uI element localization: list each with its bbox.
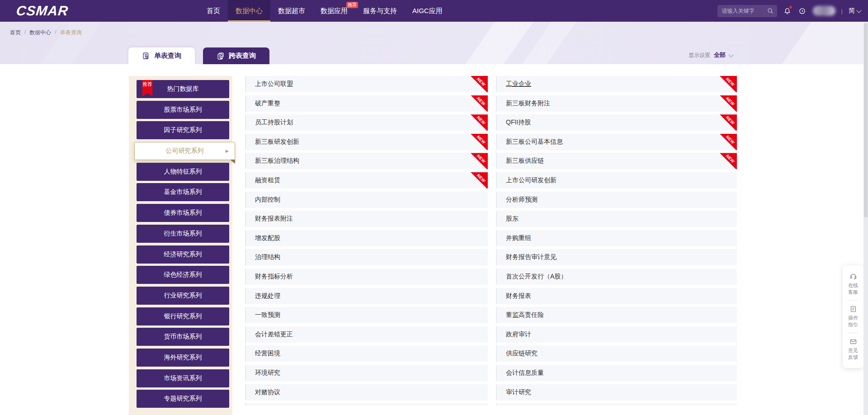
- chevron-down-icon: [856, 8, 861, 13]
- database-list-item[interactable]: 新三板治理结构 NEW: [245, 153, 488, 169]
- database-list-right: 工业企业 NEW 新三板财务附注 NEW QFII持股 NEW 新三板公司基本信…: [496, 76, 737, 406]
- database-list-item[interactable]: 首次公开发行（A股）: [496, 269, 737, 285]
- navbar-right-controls: | 简: [717, 0, 861, 22]
- nav-item-aigc[interactable]: AIGC应用: [405, 0, 450, 22]
- sidebar-category-item[interactable]: 专题研究系列: [137, 390, 229, 408]
- new-badge: NEW: [720, 76, 737, 92]
- database-list-item[interactable]: 会计信息质量: [496, 365, 737, 381]
- nav-item-data-apps[interactable]: 数据应用 推荐: [313, 0, 355, 22]
- user-avatar[interactable]: [813, 6, 835, 16]
- database-list-item[interactable]: 并购重组: [496, 230, 737, 246]
- nav-item-data-center[interactable]: 数据中心: [228, 0, 270, 22]
- sidebar-category-item[interactable]: 海外研究系列: [137, 349, 229, 367]
- sidebar-category-item[interactable]: 市场资讯系列: [137, 369, 229, 387]
- new-badge: NEW: [471, 134, 488, 150]
- sidebar-category-label: 债券市场系列: [164, 209, 202, 217]
- database-list-item[interactable]: 融资租赁 NEW: [245, 172, 488, 189]
- query-tabs: 单表查询 跨表查询: [128, 47, 269, 64]
- database-list-item[interactable]: 政府审计: [496, 326, 737, 343]
- database-list-item[interactable]: 内部控制: [245, 192, 488, 208]
- nav-item-data-market[interactable]: 数据超市: [270, 0, 313, 22]
- cross-table-query-icon: [217, 52, 225, 60]
- database-list-item[interactable]: 新三板财务附注 NEW: [496, 95, 737, 112]
- database-name: 会计信息质量: [506, 369, 544, 377]
- database-list-item[interactable]: 违规处理: [245, 288, 488, 304]
- database-list-item[interactable]: 上市公司研发创新: [496, 172, 737, 189]
- database-list-item[interactable]: 新三板公司基本信息 NEW: [496, 134, 737, 150]
- keyword-search[interactable]: [717, 5, 777, 17]
- notification-dot: [789, 6, 792, 9]
- database-list-item[interactable]: 审计研究: [496, 384, 737, 401]
- database-list-item[interactable]: 一致预测: [245, 307, 488, 323]
- sidebar-category-item[interactable]: 股票市场系列: [137, 101, 229, 119]
- database-list-item[interactable]: 对赌协议: [245, 384, 488, 401]
- sidebar-category-item[interactable]: 因子研究系列: [137, 121, 229, 139]
- database-name: 新三板财务附注: [506, 99, 550, 108]
- database-list-item[interactable]: 财务指标分析: [245, 269, 488, 285]
- sidebar-category-item[interactable]: 行业研究系列: [137, 287, 229, 305]
- divider: |: [841, 8, 843, 14]
- operation-guide-button[interactable]: 操作指引: [847, 302, 859, 331]
- new-badge: NEW: [471, 153, 488, 169]
- sidebar-category-item[interactable]: 债券市场系列: [137, 204, 229, 222]
- sidebar-category-item[interactable]: 推荐 热门数据库: [137, 80, 229, 98]
- database-list-item[interactable]: 新三板研发创新 NEW: [245, 134, 488, 150]
- search-input[interactable]: [721, 7, 767, 14]
- database-lists: 上市公司联盟 NEW 破产重整 NEW 员工持股计划 NEW 新三板研发创新 N…: [245, 76, 737, 406]
- database-list-item[interactable]: 环境研究: [245, 365, 488, 381]
- online-service-button[interactable]: 在线客服: [847, 270, 859, 298]
- sidebar-category-label: 基金市场系列: [164, 188, 202, 196]
- database-name: QFII持股: [506, 118, 531, 127]
- sidebar-category-item[interactable]: 经济研究系列: [137, 245, 229, 264]
- notification-bell-icon[interactable]: [783, 6, 792, 15]
- database-name: 首次公开发行（A股）: [506, 273, 567, 281]
- csmar-logo[interactable]: CSMAR: [15, 3, 69, 19]
- database-list-item[interactable]: 分析师预测: [496, 192, 737, 208]
- display-settings-dropdown[interactable]: 显示设置 全部: [689, 51, 733, 59]
- tab-label: 单表查询: [154, 52, 181, 60]
- feedback-button[interactable]: 意见反馈: [847, 335, 859, 363]
- search-icon[interactable]: [767, 8, 774, 14]
- sidebar-category-item[interactable]: 货币市场系列: [137, 328, 229, 346]
- database-list-item[interactable]: QFII持股 NEW: [496, 114, 737, 131]
- database-list-item[interactable]: 上市公司联盟 NEW: [245, 76, 488, 92]
- database-list-item[interactable]: 董监高责任险: [496, 307, 737, 323]
- database-name: 会计差错更正: [255, 330, 293, 339]
- database-list-item[interactable]: 工业企业 NEW: [496, 76, 737, 92]
- sidebar-category-item[interactable]: 人物特征系列: [137, 163, 229, 181]
- database-list-item[interactable]: 员工持股计划 NEW: [245, 114, 488, 131]
- tab-label: 跨表查询: [229, 52, 256, 60]
- database-list-item[interactable]: 财务报表附注: [245, 211, 488, 227]
- nav-item-support[interactable]: 服务与支持: [355, 0, 405, 22]
- history-icon[interactable]: [798, 6, 807, 15]
- sidebar-category-item[interactable]: 公司研究系列 ▶: [134, 142, 235, 160]
- sidebar-category-item[interactable]: 绿色经济系列: [137, 266, 229, 284]
- scrollbar-track[interactable]: [863, 22, 868, 415]
- online-service-label: 在线客服: [847, 282, 859, 296]
- database-list-item[interactable]: 治理结构: [245, 249, 488, 265]
- database-list-item[interactable]: 新三板供应链 NEW: [496, 153, 737, 169]
- database-list-item[interactable]: 增发配股: [245, 230, 488, 246]
- decor-stripe: [35, 22, 105, 64]
- main-nav: 首页 数据中心 数据超市 数据应用 推荐 服务与支持 AIGC应用: [199, 0, 450, 22]
- breadcrumb-home[interactable]: 首页: [10, 29, 21, 37]
- operation-guide-label: 操作指引: [847, 315, 859, 328]
- sidebar-category-item[interactable]: 衍生市场系列: [137, 225, 229, 243]
- database-list-item[interactable]: 股东: [496, 211, 737, 227]
- language-selector[interactable]: 简: [849, 7, 861, 15]
- tab-single-table-query[interactable]: 单表查询: [128, 47, 195, 64]
- new-badge: NEW: [720, 134, 737, 150]
- breadcrumb-data-center[interactable]: 数据中心: [29, 29, 51, 37]
- database-list-item[interactable]: 财务报表: [496, 288, 737, 304]
- tab-cross-table-query[interactable]: 跨表查询: [203, 47, 269, 64]
- sidebar-category-item[interactable]: 基金市场系列: [137, 183, 229, 201]
- database-name: 新三板供应链: [506, 157, 544, 165]
- database-list-item[interactable]: 会计差错更正: [245, 326, 488, 343]
- database-list-item[interactable]: 经营困境: [245, 345, 488, 362]
- database-list-item[interactable]: 财务报告审计意见: [496, 249, 737, 265]
- database-list-item[interactable]: 破产重整 NEW: [245, 95, 488, 112]
- sidebar-category-item[interactable]: 银行研究系列: [137, 307, 229, 325]
- nav-item-home[interactable]: 首页: [199, 0, 228, 22]
- scrollbar-thumb[interactable]: [864, 23, 868, 217]
- database-list-item[interactable]: 供应链研究: [496, 345, 737, 362]
